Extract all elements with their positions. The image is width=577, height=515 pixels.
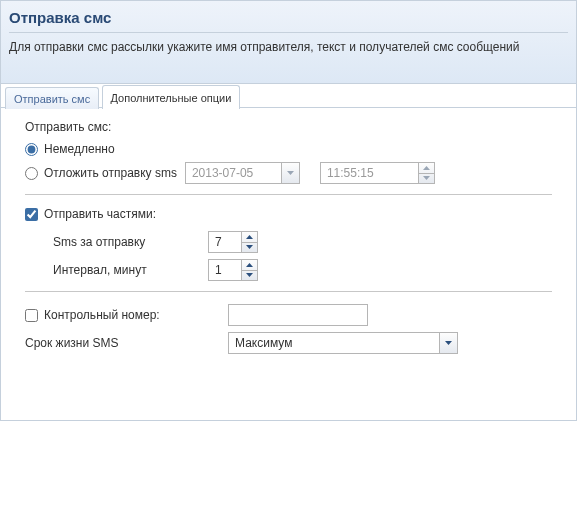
- divider: [25, 194, 552, 195]
- divider: [25, 291, 552, 292]
- panel-title: Отправка смс: [9, 5, 568, 33]
- panel-description: Для отправки смс рассылки укажите имя от…: [9, 33, 568, 55]
- radio-delay-label[interactable]: Отложить отправку sms: [44, 166, 177, 180]
- svg-marker-7: [445, 341, 452, 345]
- interval-input[interactable]: 1: [208, 259, 258, 281]
- tabs: Отправить смс Дополнительные опции: [1, 84, 576, 108]
- radio-delay[interactable]: [25, 167, 38, 180]
- svg-marker-4: [246, 245, 253, 249]
- ttl-label: Срок жизни SMS: [25, 336, 228, 350]
- parts-row: Отправить частями:: [25, 207, 552, 221]
- per-send-down-button[interactable]: [242, 243, 257, 253]
- schedule-group-label: Отправить смс:: [25, 120, 552, 134]
- ttl-dropdown-button[interactable]: [439, 333, 457, 353]
- chevron-up-icon: [246, 263, 253, 267]
- sms-send-panel: Отправка смс Для отправки смс рассылки у…: [0, 0, 577, 421]
- per-send-spinner: [241, 232, 257, 252]
- time-value: 11:55:15: [321, 163, 418, 183]
- schedule-immediate-row: Немедленно: [25, 142, 552, 156]
- chevron-down-icon: [246, 245, 253, 249]
- interval-down-button[interactable]: [242, 271, 257, 281]
- date-input: 2013-07-05: [185, 162, 300, 184]
- interval-spinner: [241, 260, 257, 280]
- svg-marker-3: [246, 235, 253, 239]
- tab-send-sms[interactable]: Отправить смс: [5, 87, 99, 109]
- chevron-down-icon: [445, 341, 452, 345]
- date-picker-button: [281, 163, 299, 183]
- chevron-up-icon: [246, 235, 253, 239]
- per-send-up-button[interactable]: [242, 232, 257, 243]
- panel-header: Отправка смс Для отправки смс рассылки у…: [1, 1, 576, 84]
- control-number-row: Контрольный номер:: [25, 304, 552, 326]
- svg-marker-5: [246, 263, 253, 267]
- tab-additional-options[interactable]: Дополнительные опции: [102, 85, 241, 109]
- interval-label: Интервал, минут: [53, 263, 208, 277]
- checkbox-control-number-label[interactable]: Контрольный номер:: [44, 308, 160, 322]
- radio-immediate-label[interactable]: Немедленно: [44, 142, 115, 156]
- checkbox-send-parts-label[interactable]: Отправить частями:: [44, 207, 156, 221]
- per-send-label: Sms за отправку: [53, 235, 208, 249]
- chevron-down-icon: [423, 176, 430, 180]
- per-send-input[interactable]: 7: [208, 231, 258, 253]
- control-number-field[interactable]: [229, 305, 367, 325]
- svg-marker-2: [423, 176, 430, 180]
- checkbox-send-parts[interactable]: [25, 208, 38, 221]
- per-send-value[interactable]: 7: [209, 232, 241, 252]
- chevron-up-icon: [423, 166, 430, 170]
- schedule-delay-row: Отложить отправку sms 2013-07-05 11:55:1…: [25, 162, 552, 184]
- svg-marker-0: [287, 171, 294, 175]
- chevron-down-icon: [287, 171, 294, 175]
- ttl-value: Максимум: [229, 333, 439, 353]
- time-up-button: [419, 163, 434, 174]
- chevron-down-icon: [246, 273, 253, 277]
- control-number-input[interactable]: [228, 304, 368, 326]
- ttl-select[interactable]: Максимум: [228, 332, 458, 354]
- checkbox-control-number[interactable]: [25, 309, 38, 322]
- time-spinner: [418, 163, 434, 183]
- svg-marker-6: [246, 273, 253, 277]
- time-down-button: [419, 174, 434, 184]
- date-value: 2013-07-05: [186, 163, 281, 183]
- ttl-row: Срок жизни SMS Максимум: [25, 332, 552, 354]
- time-input: 11:55:15: [320, 162, 435, 184]
- tab-content: Отправить смс: Немедленно Отложить отпра…: [1, 108, 576, 420]
- interval-up-button[interactable]: [242, 260, 257, 271]
- radio-immediate[interactable]: [25, 143, 38, 156]
- interval-value[interactable]: 1: [209, 260, 241, 280]
- svg-marker-1: [423, 166, 430, 170]
- per-send-row: Sms за отправку 7: [25, 231, 552, 253]
- interval-row: Интервал, минут 1: [25, 259, 552, 281]
